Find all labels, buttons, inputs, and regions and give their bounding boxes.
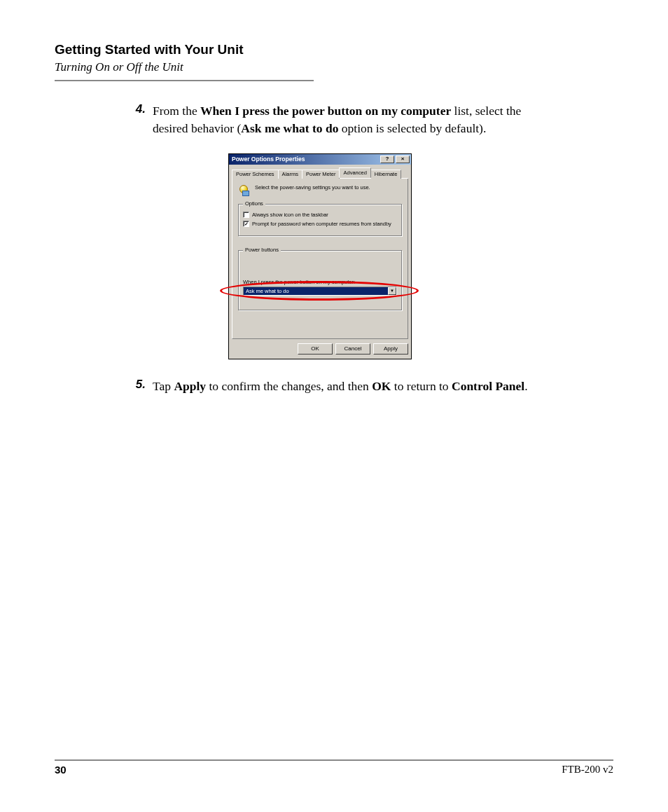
page-footer: 30 FTB-200 v2 (55, 759, 613, 776)
power-button-combo[interactable]: Ask me what to do ▼ (243, 287, 397, 296)
header-rule (55, 80, 314, 81)
bold-text: OK (372, 379, 391, 393)
doc-header: Getting Started with Your Unit Turning O… (55, 42, 613, 81)
step-text: From the When I press the power button o… (153, 102, 545, 138)
step-text: Tap Apply to confirm the changes, and th… (153, 378, 528, 395)
help-button[interactable]: ? (380, 156, 394, 163)
cancel-button[interactable]: Cancel (335, 343, 370, 355)
tab-power-meter[interactable]: Power Meter (302, 170, 340, 179)
section-title: Turning On or Off the Unit (55, 60, 613, 74)
combo-label: When I press the power button on my comp… (243, 279, 397, 285)
power-options-dialog: Power Options Properties ? × Power Schem… (228, 153, 412, 359)
lightbulb-icon (238, 184, 249, 197)
checkbox-prompt-password[interactable] (243, 221, 249, 227)
close-button[interactable]: × (396, 156, 410, 163)
text: to confirm the changes, and then (206, 379, 372, 393)
bold-text: Ask me what to do (241, 121, 338, 135)
tab-hibernate[interactable]: Hibernate (370, 170, 402, 179)
bold-text: When I press the power button on my comp… (200, 104, 451, 118)
footer-rule (55, 759, 613, 761)
apply-button[interactable]: Apply (373, 343, 408, 355)
text: to return to (391, 379, 452, 393)
tabs: Power Schemes Alarms Power Meter Advance… (232, 167, 408, 179)
dialog-titlebar[interactable]: Power Options Properties ? × (229, 154, 411, 165)
step-number: 5. (130, 378, 153, 395)
step-4: 4. From the When I press the power butto… (130, 102, 613, 138)
chapter-title: Getting Started with Your Unit (55, 42, 613, 57)
bold-text: Control Panel (452, 379, 524, 393)
step-5: 5. Tap Apply to confirm the changes, and… (130, 378, 613, 395)
bold-text: Apply (174, 379, 206, 393)
text: . (524, 379, 527, 393)
ok-button[interactable]: OK (298, 343, 333, 355)
checkbox-label: Prompt for password when computer resume… (252, 221, 391, 227)
group-legend: Options (243, 200, 265, 207)
dialog-title: Power Options Properties (232, 156, 305, 163)
info-text: Select the power-saving settings you wan… (255, 184, 370, 191)
text: Tap (153, 379, 174, 393)
document-id: FTB-200 v2 (562, 764, 613, 776)
checkbox-label: Always show icon on the taskbar (252, 212, 328, 218)
step-number: 4. (130, 102, 153, 138)
group-legend: Power buttons (243, 247, 281, 253)
text: From the (153, 104, 200, 118)
tab-alarms[interactable]: Alarms (278, 170, 302, 179)
text: option is selected by default). (338, 121, 486, 135)
combo-value: Ask me what to do (244, 287, 388, 295)
checkbox-show-icon[interactable] (243, 212, 249, 218)
chevron-down-icon[interactable]: ▼ (388, 287, 396, 295)
options-group: Options Always show icon on the taskbar … (238, 204, 402, 236)
power-buttons-group: Power buttons When I press the power but… (238, 250, 402, 310)
page-number: 30 (55, 764, 67, 776)
tab-power-schemes[interactable]: Power Schemes (232, 170, 279, 179)
dialog-screenshot: Power Options Properties ? × Power Schem… (228, 153, 412, 359)
tab-advanced[interactable]: Advanced (339, 167, 370, 178)
tab-panel-advanced: Select the power-saving settings you wan… (232, 179, 408, 339)
